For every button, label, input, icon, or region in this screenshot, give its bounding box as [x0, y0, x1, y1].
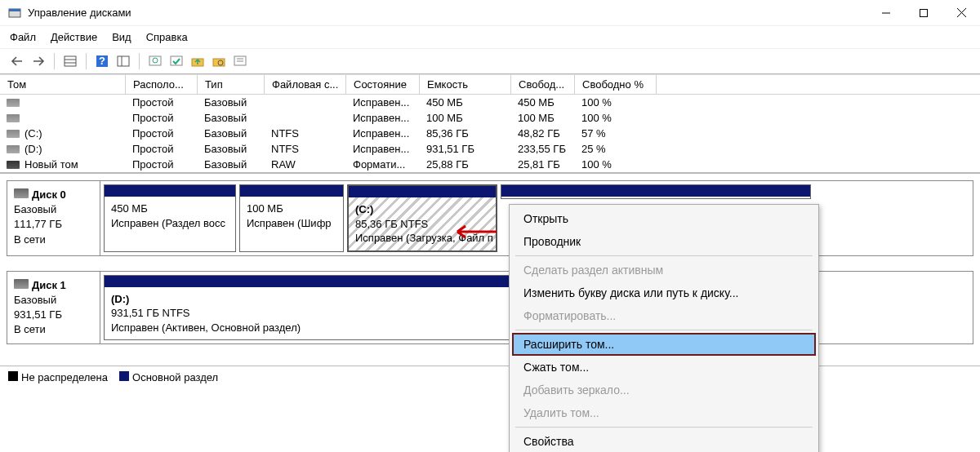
column-header[interactable]: Емкость: [420, 75, 511, 94]
context-menu-item[interactable]: Изменить букву диска или путь к диску...: [512, 281, 816, 304]
context-menu-item[interactable]: Открыть: [512, 207, 816, 230]
refresh-icon[interactable]: [146, 52, 164, 70]
column-header[interactable]: Располо...: [126, 75, 198, 94]
partition[interactable]: 450 МБИсправен (Раздел восс: [104, 184, 236, 252]
context-menu-item[interactable]: Расширить том...: [512, 333, 816, 356]
context-menu-item: Форматировать...: [512, 304, 816, 327]
svg-rect-11: [118, 56, 129, 66]
menu-help[interactable]: Справка: [146, 31, 188, 43]
column-header[interactable]: Состояние: [346, 75, 420, 94]
view-grid-icon[interactable]: [61, 52, 79, 70]
titlebar: Управление дисками: [0, 0, 980, 26]
context-menu: ОткрытьПроводникСделать раздел активнымИ…: [509, 204, 819, 452]
disk-graphical-view: Диск 0Базовый111,77 ГБВ сети450 МБИсправ…: [0, 173, 980, 366]
context-menu-item[interactable]: Свойства: [512, 430, 816, 452]
volume-icon: [7, 114, 20, 122]
svg-text:?: ?: [99, 55, 105, 67]
column-header[interactable]: Файловая с...: [265, 75, 346, 94]
partition[interactable]: 100 МБИсправен (Шифр: [239, 184, 344, 252]
disk-row: Диск 1Базовый931,51 ГБВ сети(D:)931,51 Г…: [7, 271, 973, 345]
context-menu-item[interactable]: Проводник: [512, 230, 816, 253]
app-icon: [8, 7, 21, 20]
column-header[interactable]: Тип: [198, 75, 265, 94]
volume-icon: [7, 130, 20, 138]
volume-icon: [7, 145, 20, 153]
window-title: Управление дисками: [28, 7, 867, 19]
column-header[interactable]: Том: [0, 75, 126, 94]
forward-button[interactable]: [29, 52, 47, 70]
context-menu-item: Добавить зеркало...: [512, 379, 816, 401]
volume-icon: [7, 161, 20, 169]
help-icon[interactable]: ?: [93, 52, 111, 70]
volume-row[interactable]: (C:)ПростойБазовыйNTFSИсправен...85,36 Г…: [0, 126, 980, 141]
svg-rect-6: [65, 56, 76, 66]
folder-search-icon[interactable]: [210, 52, 228, 70]
back-button[interactable]: [8, 52, 26, 70]
volume-icon: [7, 99, 20, 107]
context-menu-item: Удалить том...: [512, 401, 816, 424]
legend-unallocated: Не распределена: [21, 371, 108, 383]
check-icon[interactable]: [167, 52, 185, 70]
volume-list-header: ТомРасполо...ТипФайловая с...СостояниеЕм…: [0, 74, 980, 95]
close-button[interactable]: [942, 0, 980, 26]
legend-primary: Основной раздел: [132, 371, 218, 383]
partition[interactable]: [501, 184, 811, 199]
disk-row: Диск 0Базовый111,77 ГБВ сети450 МБИсправ…: [7, 180, 973, 256]
column-header[interactable]: Свобод...: [511, 75, 575, 94]
minimize-button[interactable]: [867, 0, 905, 26]
volume-row[interactable]: ПростойБазовыйИсправен...100 МБ100 МБ100…: [0, 110, 980, 126]
svg-rect-1: [9, 9, 20, 11]
legend: Не распределена Основной раздел: [0, 366, 980, 388]
menu-view[interactable]: Вид: [112, 31, 131, 43]
volume-row[interactable]: Новый томПростойБазовыйRAWФормати...25,8…: [0, 157, 980, 172]
menu-action[interactable]: Действие: [51, 31, 97, 43]
menubar: Файл Действие Вид Справка: [0, 26, 980, 49]
toolbar: ?: [0, 49, 980, 74]
context-menu-item: Сделать раздел активным: [512, 259, 816, 281]
partition[interactable]: (C:)85,36 ГБ NTFSИсправен (Загрузка, Фай…: [347, 184, 497, 252]
volume-list: ТомРасполо...ТипФайловая с...СостояниеЕм…: [0, 74, 980, 173]
volume-row[interactable]: (D:)ПростойБазовыйNTFSИсправен...931,51 …: [0, 141, 980, 157]
context-menu-item[interactable]: Сжать том...: [512, 356, 816, 379]
svg-rect-3: [920, 9, 928, 16]
maximize-button[interactable]: [905, 0, 942, 26]
folder-up-icon[interactable]: [189, 52, 207, 70]
disk-label[interactable]: Диск 1Базовый931,51 ГБВ сети: [7, 272, 100, 344]
volume-row[interactable]: ПростойБазовыйИсправен...450 МБ450 МБ100…: [0, 95, 980, 110]
disk-label[interactable]: Диск 0Базовый111,77 ГБВ сети: [7, 181, 100, 255]
menu-file[interactable]: Файл: [10, 31, 36, 43]
settings-icon[interactable]: [231, 52, 249, 70]
list-icon[interactable]: [114, 52, 132, 70]
column-header[interactable]: Свободно %: [575, 75, 657, 94]
